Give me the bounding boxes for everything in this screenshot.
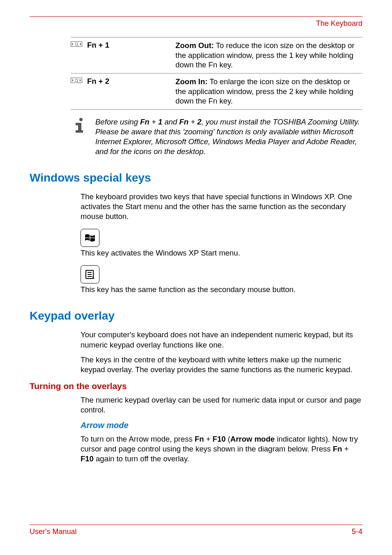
- svg-point-4: [75, 79, 78, 82]
- hotkey-label: Fn + 1: [87, 41, 175, 70]
- menu-key-icon: [81, 265, 99, 283]
- note-text: Before using Fn + 1 and Fn + 2, you must…: [95, 117, 362, 157]
- note-block: Before using Fn + 1 and Fn + 2, you must…: [71, 117, 362, 157]
- subsubsection-heading-arrow-mode: Arrow mode: [81, 421, 362, 430]
- table-row: Fn + 1 Zoom Out: To reduce the icon size…: [71, 37, 362, 74]
- paragraph: Your computer's keyboard does not have a…: [81, 330, 362, 350]
- hotkey-label: Fn + 2: [87, 77, 175, 106]
- section-heading-windows-keys: Windows special keys: [30, 171, 362, 184]
- key-caption: This key has the same function as the se…: [81, 285, 362, 295]
- header-title: The Keyboard: [30, 19, 362, 28]
- svg-point-1: [75, 43, 78, 46]
- windows-key-icon: [81, 229, 99, 247]
- paragraph: The numeric keypad overlay can be used f…: [81, 395, 362, 415]
- svg-line-2: [77, 45, 78, 46]
- zoom-in-icon: [71, 78, 82, 83]
- hotkey-desc: Zoom In: To enlarge the icon size on the…: [175, 77, 362, 106]
- key-caption: This key activates the Windows XP Start …: [81, 248, 362, 258]
- paragraph: The keyboard provides two keys that have…: [81, 192, 362, 221]
- page-footer: User's Manual 5-4: [30, 525, 362, 536]
- hotkey-desc: Zoom Out: To reduce the icon size on the…: [175, 41, 362, 70]
- footer-left: User's Manual: [30, 527, 76, 536]
- paragraph: To turn on the Arrow mode, press Fn + F1…: [81, 434, 362, 464]
- info-icon: [71, 117, 88, 134]
- section-heading-keypad-overlay: Keypad overlay: [30, 309, 362, 322]
- hotkey-table: Fn + 1 Zoom Out: To reduce the icon size…: [71, 37, 362, 110]
- paragraph: The keys in the centre of the keyboard w…: [81, 355, 362, 375]
- subsection-heading-overlays: Turning on the overlays: [30, 381, 362, 391]
- svg-point-6: [79, 118, 83, 121]
- zoom-out-icon: [71, 41, 82, 47]
- footer-right: 5-4: [352, 527, 362, 536]
- table-row: Fn + 2 Zoom In: To enlarge the icon size…: [71, 74, 362, 110]
- svg-line-5: [77, 81, 78, 82]
